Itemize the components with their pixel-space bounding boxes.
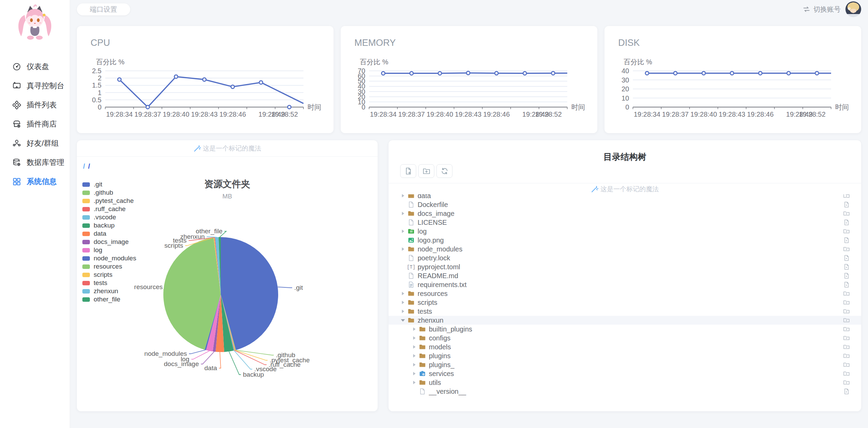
sidebar-item-system-info[interactable]: 系统信息 — [0, 172, 70, 191]
tree-row-LICENSE[interactable]: LICENSE — [389, 218, 861, 227]
legend-item[interactable]: .git — [82, 180, 136, 189]
tree-row-requirements.txt[interactable]: requirements.txt — [389, 280, 861, 289]
tree-row-README.md[interactable]: README.md — [389, 271, 861, 280]
sidebar-item-bot-console[interactable]: 真寻控制台 — [0, 76, 70, 95]
download-file-icon[interactable] — [843, 237, 850, 244]
download-folder-icon[interactable] — [843, 343, 850, 350]
download-folder-icon[interactable] — [843, 379, 850, 386]
legend-item[interactable]: data — [82, 230, 136, 238]
caret-closed-icon[interactable] — [411, 372, 417, 375]
caret-closed-icon[interactable] — [400, 301, 406, 304]
caret-closed-icon[interactable] — [400, 247, 406, 251]
legend-item[interactable]: backup — [82, 221, 136, 230]
legend-item[interactable]: .pytest_cache — [82, 197, 136, 205]
caret-closed-icon[interactable] — [411, 336, 417, 340]
database-icon — [12, 158, 21, 167]
legend-item[interactable]: other_file — [82, 295, 136, 303]
tree-row-tests[interactable]: tests — [389, 307, 861, 316]
download-folder-icon[interactable] — [843, 210, 850, 217]
legend-item[interactable]: .github — [82, 189, 136, 197]
folder-icon — [408, 246, 415, 252]
download-folder-icon[interactable] — [843, 299, 850, 306]
svg-text:百分比 %: 百分比 % — [96, 58, 125, 66]
download-folder-icon[interactable] — [843, 370, 850, 377]
user-avatar[interactable] — [845, 1, 861, 17]
caret-closed-icon[interactable] — [411, 363, 417, 366]
legend-marker — [82, 281, 90, 285]
tree-row-log[interactable]: log — [389, 227, 861, 236]
refresh-button[interactable] — [436, 164, 452, 178]
download-folder-icon[interactable] — [843, 361, 850, 368]
tree-row-configs[interactable]: configs — [389, 334, 861, 342]
download-folder-icon[interactable] — [843, 308, 850, 315]
download-file-icon[interactable] — [843, 201, 850, 208]
caret-closed-icon[interactable] — [400, 310, 406, 313]
tree-row-zhenxun[interactable]: zhenxun — [389, 316, 861, 325]
tree-toolbar — [400, 164, 861, 178]
svg-text:1.5: 1.5 — [92, 81, 101, 89]
tree-row-utils[interactable]: utils — [389, 378, 861, 387]
port-settings-button[interactable]: 端口设置 — [77, 3, 130, 15]
download-file-icon[interactable] — [843, 263, 850, 270]
download-file-icon[interactable] — [843, 272, 850, 279]
legend-item[interactable]: resources — [82, 262, 136, 271]
download-folder-icon[interactable] — [843, 326, 850, 333]
switch-account-button[interactable]: 切换账号 — [802, 5, 841, 14]
legend-item[interactable]: scripts — [82, 271, 136, 279]
download-folder-icon[interactable] — [843, 228, 850, 235]
sidebar-item-database[interactable]: 数据库管理 — [0, 153, 70, 172]
new-file-button[interactable] — [400, 164, 416, 178]
tree-row-services[interactable]: services — [389, 369, 861, 378]
caret-closed-icon[interactable] — [400, 230, 406, 233]
caret-closed-icon[interactable] — [400, 194, 406, 197]
svg-text:19:28:37: 19:28:37 — [134, 111, 161, 118]
tree-row-builtin_plugins[interactable]: builtin_plugins — [389, 325, 861, 334]
legend-item[interactable]: log — [82, 246, 136, 254]
download-file-icon[interactable] — [843, 255, 850, 261]
legend-item[interactable]: zhenxun — [82, 287, 136, 295]
download-file-icon[interactable] — [843, 388, 850, 395]
download-file-icon[interactable] — [843, 281, 850, 288]
tree-row-docs_image[interactable]: docs_image — [389, 209, 861, 218]
tree-row-plugins[interactable]: plugins — [389, 351, 861, 360]
svg-text:other_file: other_file — [196, 228, 222, 235]
caret-closed-icon[interactable] — [411, 381, 417, 384]
caret-closed-icon[interactable] — [400, 292, 406, 295]
download-file-icon[interactable] — [843, 219, 850, 226]
file-icon — [408, 255, 415, 261]
caret-closed-icon[interactable] — [411, 327, 417, 331]
tree-row-logo.png[interactable]: logo.png — [389, 236, 861, 245]
tree-row-__version__[interactable]: __version__ — [389, 387, 861, 396]
sidebar-item-plugin-list[interactable]: 插件列表 — [0, 95, 70, 115]
caret-closed-icon[interactable] — [400, 212, 406, 215]
sidebar-item-plugin-shop[interactable]: 插件商店 — [0, 115, 70, 134]
download-folder-icon[interactable] — [843, 246, 850, 252]
sidebar-item-dashboard[interactable]: 仪表盘 — [0, 57, 70, 76]
tree-row-resources[interactable]: resources — [389, 289, 861, 298]
app-root: 仪表盘真寻控制台插件列表插件商店好友/群组数据库管理系统信息 端口设置 切换账号… — [0, 0, 868, 428]
tree-row-plugins_[interactable]: plugins_ — [389, 360, 861, 369]
download-folder-icon[interactable] — [843, 317, 850, 324]
caret-open-icon[interactable] — [400, 319, 406, 322]
caret-closed-icon[interactable] — [411, 354, 417, 358]
legend-item[interactable]: .vscode — [82, 213, 136, 221]
download-folder-icon[interactable] — [843, 290, 850, 297]
tree-row-pyproject.toml[interactable]: [T]pyproject.toml — [389, 262, 861, 271]
tree-row-data[interactable]: data — [389, 194, 861, 200]
tree-row-poetry.lock[interactable]: poetry.lock — [389, 254, 861, 262]
sidebar-item-friends-groups[interactable]: 好友/群组 — [0, 134, 70, 153]
legend-item[interactable]: .ruff_cache — [82, 205, 136, 213]
tree-row-scripts[interactable]: scripts — [389, 298, 861, 307]
svg-text:20: 20 — [622, 85, 629, 93]
legend-item[interactable]: node_modules — [82, 254, 136, 262]
download-folder-icon[interactable] — [843, 335, 850, 341]
tree-row-models[interactable]: models — [389, 342, 861, 351]
legend-item[interactable]: tests — [82, 279, 136, 287]
caret-closed-icon[interactable] — [411, 345, 417, 349]
tree-row-node_modules[interactable]: node_modules — [389, 245, 861, 254]
legend-item[interactable]: docs_image — [82, 238, 136, 246]
download-folder-icon[interactable] — [843, 352, 850, 359]
tree-row-Dockerfile[interactable]: Dockerfile — [389, 200, 861, 209]
download-folder-icon[interactable] — [843, 194, 850, 199]
new-folder-button[interactable] — [418, 164, 434, 178]
